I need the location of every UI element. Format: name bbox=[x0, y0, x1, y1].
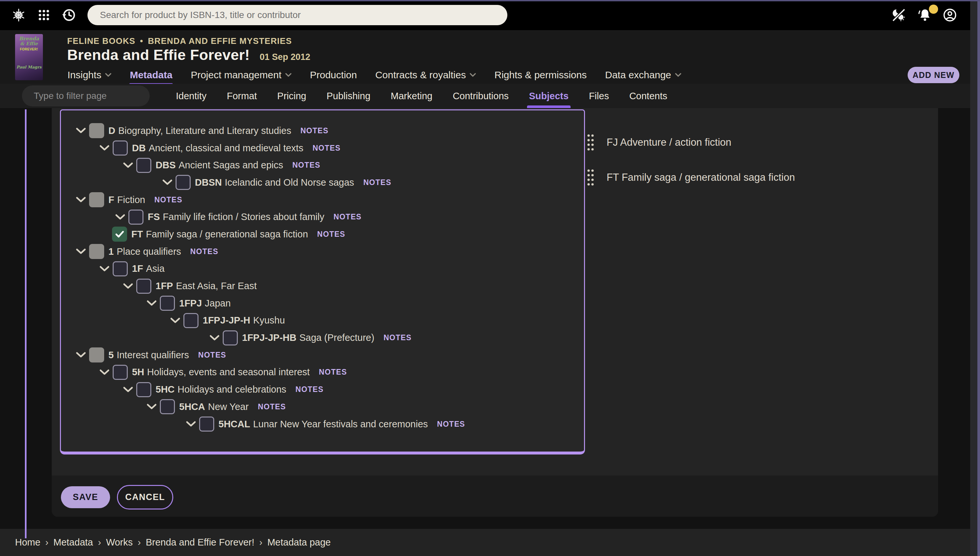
account-icon[interactable] bbox=[943, 8, 957, 22]
add-new-button[interactable]: ADD NEW bbox=[907, 67, 959, 83]
subject-checkbox-5h[interactable] bbox=[113, 365, 128, 380]
subject-label: 5Interest qualifiers bbox=[108, 350, 189, 360]
selected-subject-row-ft[interactable]: FT Family saga / generational saga ficti… bbox=[586, 166, 795, 189]
subject-checkbox-fs[interactable] bbox=[128, 210, 144, 225]
nav-item-metadata[interactable]: Metadata bbox=[130, 70, 172, 81]
selected-subject-row-fj[interactable]: FJ Adventure / action fiction bbox=[586, 131, 731, 154]
notes-link[interactable]: NOTES bbox=[437, 420, 465, 428]
notes-link[interactable]: NOTES bbox=[333, 213, 362, 221]
tab-files[interactable]: Files bbox=[589, 84, 609, 108]
save-button[interactable]: SAVE bbox=[61, 486, 110, 508]
drag-handle-icon[interactable] bbox=[586, 133, 595, 152]
subject-label: 1Place qualifiers bbox=[108, 246, 181, 257]
chevron-down-icon[interactable] bbox=[75, 128, 86, 134]
chevron-down-icon[interactable] bbox=[170, 317, 181, 324]
chevron-down-icon[interactable] bbox=[209, 335, 220, 341]
notes-link[interactable]: NOTES bbox=[292, 161, 320, 170]
tab-contents[interactable]: Contents bbox=[629, 84, 667, 108]
nav-item-insights[interactable]: Insights bbox=[68, 70, 112, 81]
drag-handle-icon[interactable] bbox=[586, 168, 595, 187]
nav-item-project-management[interactable]: Project management bbox=[191, 70, 291, 81]
book-cover-thumbnail[interactable]: Brenda & Effie FOREVER! Paul Magrs bbox=[15, 34, 43, 80]
chevron-down-icon[interactable] bbox=[99, 145, 110, 151]
chevron-down-icon[interactable] bbox=[75, 248, 86, 255]
subject-checkbox-5hc[interactable] bbox=[136, 382, 151, 397]
chevron-down-icon[interactable] bbox=[123, 283, 134, 289]
tab-contributions[interactable]: Contributions bbox=[453, 84, 509, 108]
subject-checkbox-5hca[interactable] bbox=[160, 399, 175, 414]
subject-row-1f: 1FAsia bbox=[61, 260, 584, 278]
series-name[interactable]: BRENDA AND EFFIE MYSTERIES bbox=[148, 36, 292, 46]
chevron-down-icon bbox=[470, 73, 476, 77]
subject-checkbox-ft[interactable] bbox=[112, 226, 127, 242]
notes-link[interactable]: NOTES bbox=[300, 126, 328, 135]
subject-row-f: FFictionNOTES bbox=[61, 191, 584, 208]
breadcrumb-item-brenda-and-effie-forever-[interactable]: Brenda and Effie Forever! bbox=[146, 537, 254, 548]
chevron-down-icon[interactable] bbox=[162, 179, 173, 186]
imprint-series-line: FELINE BOOKS • BRENDA AND EFFIE MYSTERIE… bbox=[67, 36, 292, 46]
nav-item-data-exchange[interactable]: Data exchange bbox=[605, 70, 681, 81]
filter-page-input[interactable] bbox=[22, 86, 150, 107]
history-icon[interactable] bbox=[62, 8, 76, 22]
tab-identity[interactable]: Identity bbox=[176, 84, 207, 108]
chevron-down-icon[interactable] bbox=[185, 421, 197, 427]
subject-checkbox-1fpj[interactable] bbox=[160, 296, 175, 311]
subject-code: 5HCAL bbox=[218, 419, 250, 429]
subject-checkbox-1fpj-jp-h[interactable] bbox=[183, 313, 199, 328]
chevron-down-icon[interactable] bbox=[115, 214, 126, 220]
imprint-name[interactable]: FELINE BOOKS bbox=[67, 36, 135, 46]
notes-link[interactable]: NOTES bbox=[383, 333, 412, 342]
subject-checkbox-1fp[interactable] bbox=[136, 279, 151, 294]
notes-link[interactable]: NOTES bbox=[319, 368, 347, 377]
apps-grid-icon[interactable] bbox=[37, 8, 51, 22]
chevron-down-icon[interactable] bbox=[99, 369, 110, 376]
subject-checkbox-dbs[interactable] bbox=[136, 158, 151, 173]
search-input[interactable] bbox=[87, 5, 507, 25]
tab-format[interactable]: Format bbox=[227, 84, 257, 108]
notes-link[interactable]: NOTES bbox=[258, 402, 286, 411]
subject-checkbox-1fpj-jp-hb[interactable] bbox=[223, 330, 238, 346]
chevron-down-icon[interactable] bbox=[123, 386, 134, 393]
chevron-down-icon[interactable] bbox=[146, 403, 157, 410]
chevron-down-icon[interactable] bbox=[123, 162, 134, 169]
theme-toggle-icon[interactable] bbox=[891, 8, 906, 22]
subject-checkbox-f[interactable] bbox=[89, 192, 104, 207]
subject-checkbox-1f[interactable] bbox=[113, 261, 128, 276]
subject-row-dbs: DBSAncient Sagas and epicsNOTES bbox=[61, 157, 584, 174]
notes-link[interactable]: NOTES bbox=[198, 351, 226, 360]
subjects-tree-panel: DBiography, Literature and Literary stud… bbox=[60, 109, 585, 454]
tab-subjects[interactable]: Subjects bbox=[529, 84, 569, 108]
chevron-down-icon[interactable] bbox=[146, 300, 157, 307]
chevron-down-icon[interactable] bbox=[99, 265, 110, 272]
subject-checkbox-d[interactable] bbox=[89, 123, 104, 138]
subject-row-ft: FTFamily saga / generational saga fictio… bbox=[61, 226, 584, 243]
nav-item-production[interactable]: Production bbox=[310, 70, 357, 81]
chevron-down-icon[interactable] bbox=[75, 352, 86, 358]
breadcrumb-item-metadata[interactable]: Metadata bbox=[53, 537, 93, 548]
notes-link[interactable]: NOTES bbox=[312, 144, 341, 153]
notes-link[interactable]: NOTES bbox=[190, 247, 218, 256]
notes-link[interactable]: NOTES bbox=[317, 230, 345, 239]
form-footer: SAVE CANCEL bbox=[52, 475, 938, 517]
subject-label: 1FPJ-JP-HBSaga (Prefecture) bbox=[242, 332, 374, 343]
subject-checkbox-5[interactable] bbox=[89, 348, 104, 362]
breadcrumb-item-home[interactable]: Home bbox=[15, 537, 40, 548]
tab-pricing[interactable]: Pricing bbox=[277, 84, 306, 108]
notes-link[interactable]: NOTES bbox=[363, 178, 391, 187]
tab-marketing[interactable]: Marketing bbox=[391, 84, 432, 108]
cancel-button[interactable]: CANCEL bbox=[117, 485, 173, 509]
subject-checkbox-5hcal[interactable] bbox=[199, 417, 214, 432]
subject-checkbox-dbsn[interactable] bbox=[176, 175, 191, 190]
subject-checkbox-db[interactable] bbox=[113, 141, 128, 155]
breadcrumb-item-works[interactable]: Works bbox=[106, 537, 133, 548]
chevron-down-icon[interactable] bbox=[75, 196, 86, 203]
snowflake-icon[interactable] bbox=[11, 8, 26, 22]
notes-link[interactable]: NOTES bbox=[296, 385, 323, 394]
nav-item-contracts-royalties[interactable]: Contracts & royalties bbox=[375, 70, 476, 81]
subject-name: Kyushu bbox=[253, 315, 285, 325]
subject-checkbox-1[interactable] bbox=[89, 244, 104, 259]
tab-publishing[interactable]: Publishing bbox=[327, 84, 370, 108]
scrollbar-thumb[interactable] bbox=[977, 0, 980, 556]
nav-item-rights-permissions[interactable]: Rights & permissions bbox=[494, 70, 587, 81]
notes-link[interactable]: NOTES bbox=[154, 196, 183, 204]
